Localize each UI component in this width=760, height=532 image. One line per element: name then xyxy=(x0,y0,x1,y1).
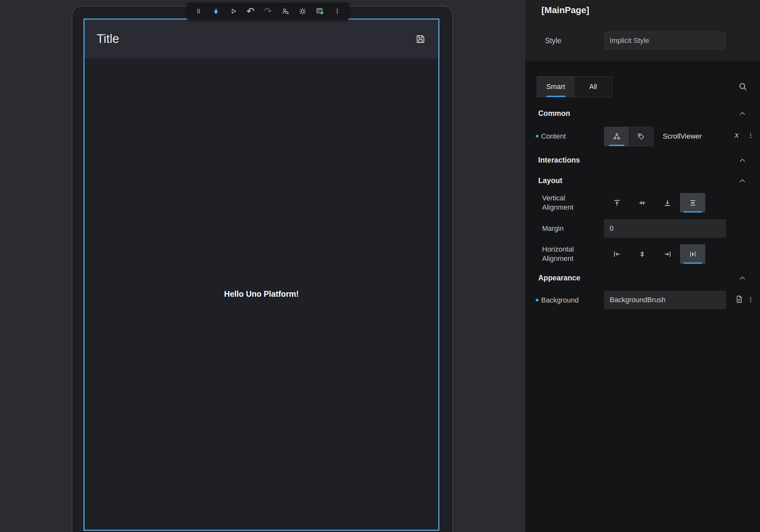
app-title-bar: Title xyxy=(84,20,438,58)
halign-stretch-button[interactable] xyxy=(680,244,705,264)
content-control-tree-button[interactable] xyxy=(604,127,629,146)
design-canvas: Title Hello Uno Platform! xyxy=(0,0,525,532)
halign-right-button[interactable] xyxy=(655,244,680,264)
style-input[interactable]: Implicit Style xyxy=(604,32,726,50)
valign-stretch-button[interactable] xyxy=(680,193,705,213)
app-title: Title xyxy=(97,32,119,46)
content-tag-button[interactable] xyxy=(629,127,653,146)
background-input[interactable]: BackgroundBrush xyxy=(604,291,726,309)
property-filter-tabs: Smart All xyxy=(537,76,612,97)
tab-all[interactable]: All xyxy=(574,76,612,97)
more-icon[interactable] xyxy=(332,6,343,17)
binding-icon[interactable]: x xyxy=(735,130,738,140)
search-icon[interactable] xyxy=(737,81,748,92)
element-inspector-icon[interactable] xyxy=(280,6,291,17)
valign-selected-underline xyxy=(684,211,702,213)
tab-smart-underline xyxy=(546,96,565,97)
background-modified-dot xyxy=(536,299,539,302)
content-modified-dot xyxy=(536,135,539,138)
theme-sun-icon[interactable] xyxy=(297,6,308,17)
style-value: Implicit Style xyxy=(610,36,649,45)
background-more-icon[interactable] xyxy=(746,295,755,304)
redo-icon[interactable]: ↷ xyxy=(262,6,273,17)
selected-element-header: [MainPage] Style Implicit Style xyxy=(525,0,760,61)
vertical-alignment-label: Vertical Alignment xyxy=(542,193,590,212)
margin-label: Margin xyxy=(542,224,563,233)
greeting-text: Hello Uno Platform! xyxy=(224,289,299,299)
chevron-up-icon[interactable] xyxy=(738,177,746,185)
content-editor-underline xyxy=(609,145,624,146)
chevron-up-icon[interactable] xyxy=(738,274,746,282)
section-layout: Layout xyxy=(538,176,562,185)
section-common: Common xyxy=(538,109,570,118)
content-more-icon[interactable] xyxy=(746,131,755,140)
valign-center-button[interactable] xyxy=(630,193,655,213)
play-icon[interactable] xyxy=(228,6,239,17)
halign-left-button[interactable] xyxy=(604,244,630,264)
valign-top-button[interactable] xyxy=(604,193,630,213)
drag-handle-icon[interactable] xyxy=(193,6,204,17)
properties-panel: [MainPage] Style Implicit Style Smart Al… xyxy=(525,0,760,532)
hot-design-window: Title Hello Uno Platform! xyxy=(0,0,760,532)
margin-input[interactable]: 0 xyxy=(604,219,726,237)
content-value[interactable]: ScrollViewer xyxy=(663,132,702,141)
save-icon[interactable] xyxy=(415,33,426,45)
valign-bottom-button[interactable] xyxy=(655,193,680,213)
undo-icon[interactable]: ↶ xyxy=(245,6,256,17)
resource-icon[interactable] xyxy=(735,295,744,304)
style-label: Style xyxy=(545,36,561,45)
halign-selected-underline xyxy=(684,263,702,264)
section-interactions: Interactions xyxy=(538,156,580,165)
selected-element-name: [MainPage] xyxy=(542,5,589,15)
content-label: Content xyxy=(541,132,566,141)
section-appearance: Appearance xyxy=(538,273,581,282)
margin-value: 0 xyxy=(610,224,613,233)
background-value: BackgroundBrush xyxy=(610,296,666,304)
device-frame: Title Hello Uno Platform! xyxy=(72,6,453,532)
chevron-up-icon[interactable] xyxy=(738,156,746,165)
tab-smart[interactable]: Smart xyxy=(537,76,574,97)
hot-design-toolbar: ↶ ↷ xyxy=(187,3,349,20)
halign-center-button[interactable] xyxy=(630,244,655,264)
vertical-alignment-group xyxy=(604,193,705,213)
background-label: Background xyxy=(541,296,579,305)
hot-reload-flame-icon[interactable] xyxy=(210,6,221,17)
chevron-up-icon[interactable] xyxy=(738,110,746,118)
app-preview-selected[interactable]: Title Hello Uno Platform! xyxy=(83,19,439,531)
horizontal-alignment-label: Horizontal Alignment xyxy=(542,245,590,263)
content-editor-toggle xyxy=(604,127,653,146)
diagnostics-check-icon[interactable] xyxy=(314,6,325,17)
app-content: Hello Uno Platform! xyxy=(84,58,438,530)
horizontal-alignment-group xyxy=(604,244,705,264)
